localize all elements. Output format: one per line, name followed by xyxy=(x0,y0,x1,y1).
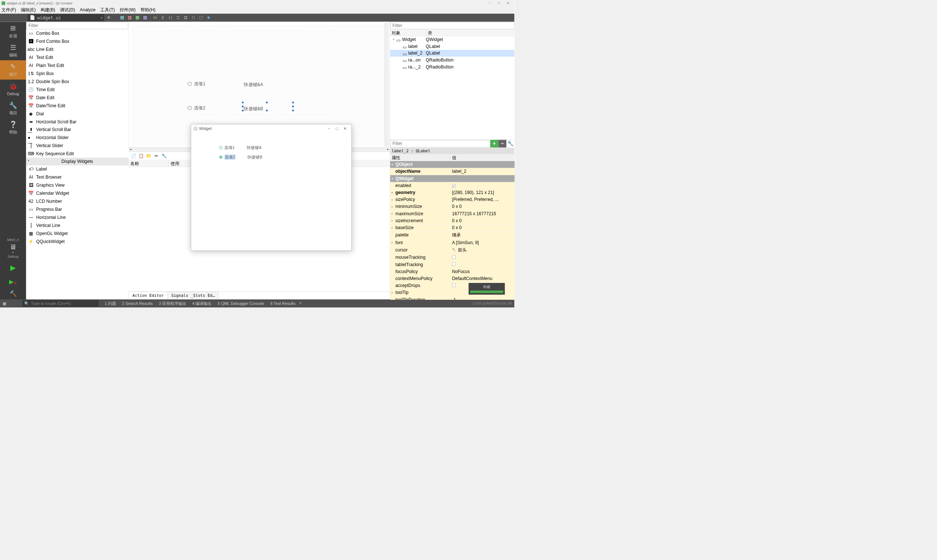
menu-debug[interactable]: 调试(D) xyxy=(60,7,75,13)
widget-item[interactable]: ⬌Horizontal Scroll Bar xyxy=(26,118,128,126)
widget-item[interactable]: abcLine Edit xyxy=(26,45,128,54)
copy-action-icon[interactable]: 📋 xyxy=(138,152,145,159)
object-tree[interactable]: ▾▭WidgetQWidget▭labelQLabel▭label_2QLabe… xyxy=(390,36,515,70)
col-property[interactable]: 属性 xyxy=(390,154,451,161)
widget-item[interactable]: 1⇅Spin Box xyxy=(26,69,128,78)
config-action-icon[interactable]: 🔧 xyxy=(161,152,167,159)
new-action-icon[interactable]: 📄 xyxy=(130,152,137,159)
property-config-button[interactable]: 🔧 xyxy=(506,140,514,148)
widget-category-display[interactable]: Display Widgets xyxy=(26,158,128,165)
widget-item[interactable]: ⚡QQuickWidget xyxy=(26,237,128,246)
col-object[interactable]: 对象 xyxy=(390,29,426,36)
label-2-selected[interactable]: 快捷键&B xyxy=(244,106,263,112)
locator-input[interactable]: 🔍 Type to locate (Ctrl+K) xyxy=(22,300,99,307)
radiobutton-2[interactable]: 选项2 xyxy=(188,105,205,111)
widget-item[interactable]: —●—Horizontal Slider xyxy=(26,134,128,142)
preview-window[interactable]: Widget − □ ✕ 选项1 快捷键A 选项2 快捷键B xyxy=(191,124,352,251)
preview-max-button[interactable]: □ xyxy=(333,126,341,131)
property-row[interactable]: objectNamelabel_2 xyxy=(390,168,515,175)
mode-welcome[interactable]: ⊞欢迎 xyxy=(0,22,26,41)
menu-analyze[interactable]: Analyze xyxy=(80,7,95,12)
close-button[interactable]: ✕ xyxy=(504,0,513,6)
status-compile[interactable]: 4 编译输出 xyxy=(192,301,212,306)
cut-action-icon[interactable]: ✂ xyxy=(153,152,160,159)
property-row[interactable]: toolTipDuration-1 xyxy=(390,296,515,299)
property-row[interactable]: mouseTracking xyxy=(390,254,515,261)
layout-grid-icon[interactable] xyxy=(190,15,197,21)
property-row[interactable]: enabled✓ xyxy=(390,182,515,189)
property-row[interactable]: ▸minimumSize0 x 0 xyxy=(390,203,515,210)
object-row[interactable]: ▭ra..._2QRadioButton xyxy=(390,63,515,70)
mode-edit[interactable]: ☰编辑 xyxy=(0,41,26,60)
menu-build[interactable]: 构建(B) xyxy=(41,7,55,13)
maximize-button[interactable]: □ xyxy=(494,0,504,6)
minimize-button[interactable]: − xyxy=(485,0,494,6)
close-file-button[interactable]: ✕ xyxy=(106,15,112,20)
widget-item[interactable]: 42LCD Number xyxy=(26,197,128,205)
widget-item[interactable]: —Horizontal Line xyxy=(26,213,128,222)
status-tests[interactable]: 8 Test Results xyxy=(270,301,295,306)
preview-radio-2[interactable]: 选项2 快捷键B xyxy=(219,154,323,160)
layout-v-icon[interactable] xyxy=(160,15,166,21)
tab-action-editor[interactable]: Action Editor xyxy=(128,292,168,299)
widget-item[interactable]: ⎮Vertical Line xyxy=(26,222,128,229)
mode-debug[interactable]: 🐞Debug xyxy=(0,79,26,99)
mode-design[interactable]: ✎设计 xyxy=(0,60,26,80)
property-row[interactable]: ▸geometry[(280, 190), 121 x 21] xyxy=(390,189,515,196)
edit-widgets-icon[interactable] xyxy=(119,15,126,21)
widget-item[interactable]: AIText Edit xyxy=(26,54,128,62)
mode-projects[interactable]: 🔧项目 xyxy=(0,99,26,118)
remove-property-button[interactable]: − xyxy=(499,140,506,148)
build-button[interactable]: 🔨 xyxy=(9,290,17,297)
radiobutton-1[interactable]: 选项1 xyxy=(188,81,205,87)
widget-item[interactable]: ▭Progress Bar xyxy=(26,205,128,213)
property-row[interactable]: cursor↖ 箭头 xyxy=(390,246,515,254)
layout-h-icon[interactable] xyxy=(152,15,158,21)
menu-file[interactable]: 文件(F) xyxy=(2,7,16,13)
adjust-size-icon[interactable] xyxy=(205,15,212,21)
canvas-v-scrollbar[interactable] xyxy=(385,22,389,147)
property-row[interactable]: ▸maximumSize16777215 x 16777215 xyxy=(390,210,515,217)
preview-min-button[interactable]: − xyxy=(325,126,333,131)
object-filter-input[interactable] xyxy=(390,22,514,29)
widget-item[interactable]: ⎮Vertical Slider xyxy=(26,142,128,150)
property-row[interactable]: focusPolicyNoFocus xyxy=(390,268,515,275)
menu-tools[interactable]: 工具(T) xyxy=(100,7,115,13)
widget-item[interactable]: ▭Combo Box xyxy=(26,29,128,37)
property-row[interactable]: ▸fontA [SimSun, 9] xyxy=(390,239,515,246)
col-class[interactable]: 类 xyxy=(426,29,434,36)
object-row[interactable]: ▭labelQLabel xyxy=(390,43,515,50)
col-name[interactable]: 名称 xyxy=(128,160,169,166)
status-updown-icon[interactable]: ⇅ xyxy=(299,302,301,305)
run-debug-button[interactable]: ▶🐞 xyxy=(9,278,17,285)
tab-signals-slots[interactable]: Signals _Slots Ed… xyxy=(168,292,219,299)
widget-item[interactable]: 🕐Time Edit xyxy=(26,86,128,94)
build-progress-popup[interactable]: 构建 xyxy=(469,283,505,295)
edit-buddies-icon[interactable] xyxy=(134,15,141,21)
mode-help[interactable]: ❔帮助 xyxy=(0,118,26,138)
property-section[interactable]: ▾QWidget xyxy=(390,175,515,182)
widget-item[interactable]: 🅰Font Combo Box xyxy=(26,37,128,45)
status-issues[interactable]: 1 问题 xyxy=(105,301,116,306)
status-app-output[interactable]: 3 应用程序输出 xyxy=(159,301,186,306)
edit-signals-icon[interactable] xyxy=(127,15,133,21)
preview-radio-1[interactable]: 选项1 快捷键A xyxy=(219,145,323,151)
label-1[interactable]: 快捷键&A xyxy=(244,82,263,88)
property-filter-input[interactable] xyxy=(390,140,490,148)
preview-close-button[interactable]: ✕ xyxy=(341,126,349,131)
widget-item[interactable]: 📅Date/Time Edit xyxy=(26,102,128,110)
widget-item[interactable]: 🏷Label xyxy=(26,165,128,173)
property-row[interactable]: ▸baseSize0 x 0 xyxy=(390,225,515,231)
widget-item[interactable]: AIPlain Text Edit xyxy=(26,62,128,69)
layout-form-icon[interactable] xyxy=(182,15,189,21)
widget-item[interactable]: ◉Dial xyxy=(26,110,128,118)
menu-edit[interactable]: 编辑(E) xyxy=(21,7,35,13)
property-row[interactable]: palette继承 xyxy=(390,231,515,239)
run-button[interactable]: ▶ xyxy=(10,263,16,272)
menu-widgets[interactable]: 控件(W) xyxy=(120,7,136,13)
layout-hsplit-icon[interactable] xyxy=(167,15,174,21)
property-row[interactable]: tabletTracking xyxy=(390,261,515,268)
status-search[interactable]: 2 Search Results xyxy=(122,301,153,306)
menu-help[interactable]: 帮助(H) xyxy=(140,7,155,13)
widget-filter-input[interactable] xyxy=(26,22,128,29)
